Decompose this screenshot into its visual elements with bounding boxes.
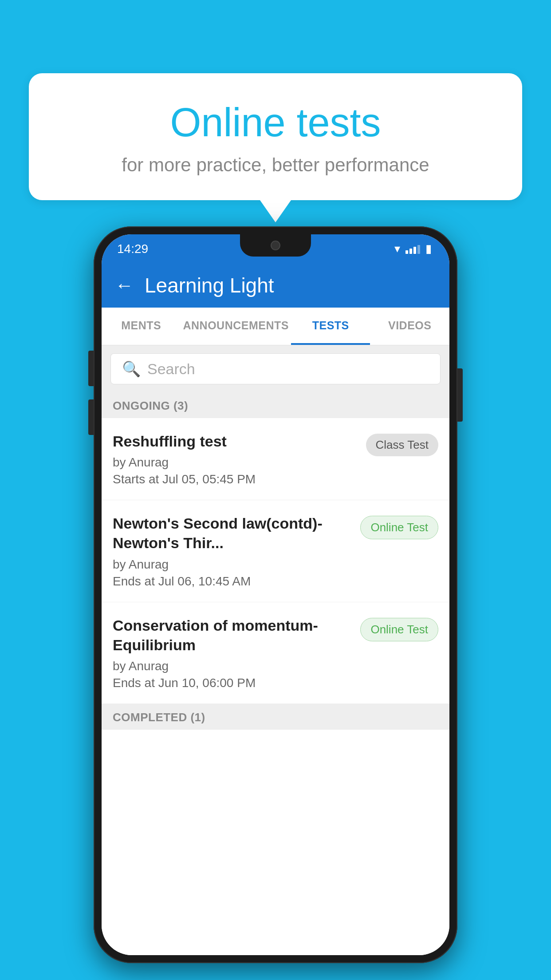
test-author-1: by Anurag (113, 455, 357, 470)
test-name-2: Newton's Second law(contd)-Newton's Thir… (113, 514, 351, 553)
phone-outer: 14:29 ▾ ▮ ← Learning Light (94, 226, 457, 963)
phone-screen: 14:29 ▾ ▮ ← Learning Light (102, 234, 449, 955)
side-button-vol-up (88, 351, 94, 386)
test-name-3: Conservation of momentum-Equilibrium (113, 616, 351, 655)
app-bar: ← Learning Light (102, 263, 449, 308)
bubble-subtitle: for more practice, better performance (51, 154, 500, 176)
status-time: 14:29 (117, 242, 148, 256)
tab-ments[interactable]: MENTS (102, 308, 181, 345)
test-badge-3: Online Test (360, 618, 438, 641)
test-info-2: Newton's Second law(contd)-Newton's Thir… (113, 514, 360, 588)
battery-icon: ▮ (425, 242, 432, 256)
test-author-3: by Anurag (113, 659, 351, 673)
completed-section-header: COMPLETED (1) (102, 704, 449, 730)
camera-dot (271, 241, 280, 250)
test-item-3[interactable]: Conservation of momentum-Equilibrium by … (102, 602, 449, 704)
test-info-1: Reshuffling test by Anurag Starts at Jul… (113, 431, 366, 486)
tab-videos[interactable]: VIDEOS (370, 308, 449, 345)
phone-wrapper: 14:29 ▾ ▮ ← Learning Light (94, 226, 457, 963)
status-icons: ▾ ▮ (394, 242, 432, 256)
ongoing-label: ONGOING (3) (113, 399, 188, 412)
bubble-title: Online tests (51, 100, 500, 146)
ongoing-section-header: ONGOING (3) (102, 392, 449, 418)
test-badge-2: Online Test (360, 516, 438, 539)
search-input[interactable]: Search (147, 360, 195, 378)
wifi-icon: ▾ (394, 242, 400, 256)
completed-label: COMPLETED (1) (113, 711, 205, 724)
test-item-2[interactable]: Newton's Second law(contd)-Newton's Thir… (102, 500, 449, 602)
test-date-1: Starts at Jul 05, 05:45 PM (113, 472, 357, 486)
phone-notch (240, 234, 311, 257)
side-button-vol-down (88, 399, 94, 435)
app-title: Learning Light (145, 273, 274, 297)
signal-icon (405, 244, 420, 254)
back-button[interactable]: ← (115, 275, 134, 296)
search-icon: 🔍 (122, 360, 141, 378)
search-container: 🔍 Search (102, 345, 449, 392)
test-info-3: Conservation of momentum-Equilibrium by … (113, 616, 360, 690)
test-date-2: Ends at Jul 06, 10:45 AM (113, 574, 351, 589)
test-date-3: Ends at Jun 10, 06:00 PM (113, 676, 351, 690)
test-badge-1: Class Test (366, 434, 438, 456)
search-bar[interactable]: 🔍 Search (110, 353, 441, 384)
tabs-bar: MENTS ANNOUNCEMENTS TESTS VIDEOS (102, 308, 449, 345)
tab-announcements[interactable]: ANNOUNCEMENTS (181, 308, 291, 345)
test-item-1[interactable]: Reshuffling test by Anurag Starts at Jul… (102, 418, 449, 500)
test-name-1: Reshuffling test (113, 431, 357, 451)
tests-list: Reshuffling test by Anurag Starts at Jul… (102, 418, 449, 955)
test-author-2: by Anurag (113, 557, 351, 572)
tab-tests[interactable]: TESTS (291, 308, 370, 345)
speech-bubble: Online tests for more practice, better p… (29, 73, 522, 200)
side-button-power (457, 368, 463, 422)
